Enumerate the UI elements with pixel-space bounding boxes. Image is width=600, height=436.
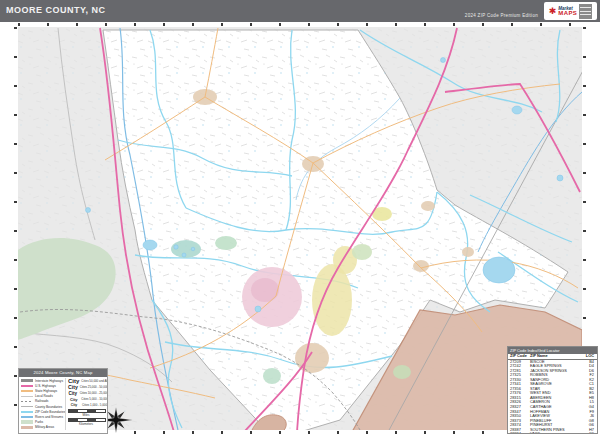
- legend-swatch: [21, 379, 33, 382]
- legend-swatch: [21, 385, 33, 387]
- zip-table-rows: 27209 BISCOE B4 27242 EAGLE SPRINGS D4 2…: [508, 360, 597, 434]
- grid-ticks-left: [14, 27, 17, 430]
- header-bar: MOORE COUNTY, NC 2024 ZIP Code Premium E…: [0, 0, 600, 22]
- legend-swatch: [21, 406, 33, 407]
- city-sample-text: City: [68, 391, 78, 396]
- city-sample-text: City: [68, 403, 80, 407]
- legend-swatch: [21, 420, 33, 424]
- city-sample-text: City: [68, 384, 78, 390]
- city-sample-text: City: [68, 397, 79, 402]
- zip-index-table: ZIP Code Index/Grid Locator ZIP Code ZIP…: [507, 346, 598, 434]
- logo-side-panel: [579, 4, 592, 19]
- legend-swatch: [21, 426, 33, 430]
- legend-swatch: [21, 416, 33, 417]
- grid-ticks-top: [18, 23, 582, 26]
- legend-symbol-list: Interstate Highways U.S. Highways State …: [21, 378, 65, 430]
- city-size-item: City Cities 1,000 - 5,000: [68, 402, 108, 408]
- legend-swatch: [21, 401, 33, 402]
- logo-star-icon: ✱: [549, 7, 557, 16]
- logo-wordmark: Market MAPS: [558, 6, 577, 16]
- legend-city-sizes: City Cities 50,000 and Above City Cities…: [68, 378, 108, 408]
- marketmaps-logo: ✱ Market MAPS: [544, 2, 597, 20]
- legend-box: 2024 Moore County, NC Map Interstate Hig…: [18, 368, 108, 434]
- legend-swatch: [21, 411, 33, 413]
- scale-bar-kilometers: Kilometers: [68, 418, 108, 426]
- legend-item: Military Areas: [21, 425, 65, 430]
- edition-label: 2024 ZIP Code Premium Edition: [465, 13, 538, 18]
- zip-table-row: 28394 VASS K6: [508, 432, 597, 434]
- legend-title: 2024 Moore County, NC Map: [19, 369, 107, 377]
- legend-swatch: [21, 396, 33, 397]
- map-sheet: MOORE COUNTY, NC 2024 ZIP Code Premium E…: [0, 0, 600, 436]
- map-title: MOORE COUNTY, NC: [6, 5, 106, 15]
- legend-swatch: [21, 390, 33, 392]
- scale-bar-miles: Miles: [68, 409, 108, 417]
